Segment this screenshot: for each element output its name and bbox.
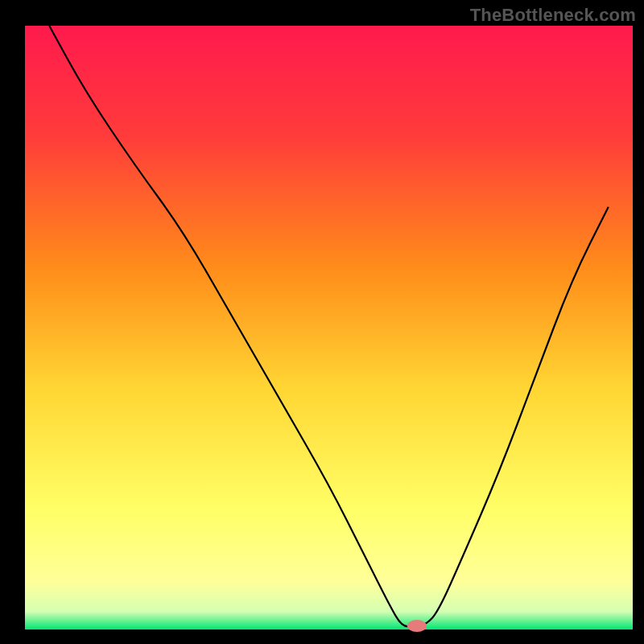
chart-background-gradient	[25, 26, 633, 630]
bottleneck-chart	[0, 0, 644, 644]
chart-container: TheBottleneck.com	[0, 0, 644, 644]
optimal-point-marker	[407, 620, 427, 632]
watermark-text: TheBottleneck.com	[470, 5, 636, 26]
